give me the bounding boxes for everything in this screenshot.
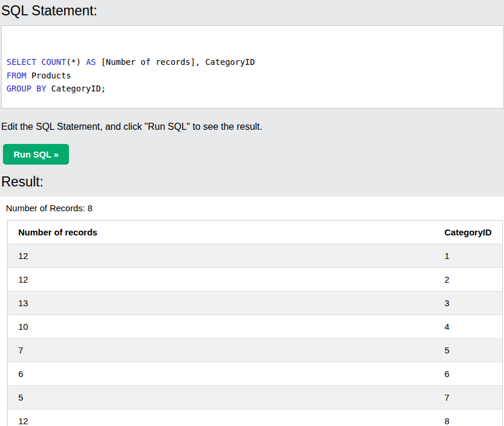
table-cell: 4 bbox=[434, 315, 503, 339]
table-cell: 7 bbox=[8, 339, 434, 362]
sql-plain-token bbox=[37, 57, 41, 67]
result-table: Number of records CategoryID 12112213310… bbox=[7, 220, 503, 426]
table-row: 57 bbox=[8, 386, 503, 409]
table-cell: 6 bbox=[8, 362, 434, 386]
table-cell: 12 bbox=[8, 409, 434, 426]
table-row: 133 bbox=[8, 291, 503, 315]
table-row: 122 bbox=[8, 268, 503, 291]
result-panel: Number of Records: 8 Number of records C… bbox=[0, 196, 504, 426]
sql-plain-token: CategoryID; bbox=[46, 84, 106, 93]
sql-editor[interactable]: SELECT COUNT(*) AS [Number of records], … bbox=[1, 25, 504, 109]
code-line: GROUP BY CategoryID; bbox=[6, 82, 499, 96]
sql-plain-token: Products bbox=[27, 71, 71, 80]
table-row: 75 bbox=[8, 339, 503, 362]
table-cell: 3 bbox=[434, 291, 503, 315]
table-cell: 13 bbox=[8, 291, 434, 315]
table-row: 121 bbox=[8, 244, 503, 268]
table-row: 66 bbox=[8, 362, 503, 386]
code-line: FROM Products bbox=[6, 69, 499, 83]
sql-keyword-token: SELECT bbox=[6, 57, 37, 67]
code-line: SELECT COUNT(*) AS [Number of records], … bbox=[6, 55, 499, 69]
table-body: 121122133104756657128 bbox=[8, 244, 503, 426]
table-cell: 7 bbox=[434, 386, 503, 409]
result-heading: Result: bbox=[1, 173, 504, 190]
instruction-text: Edit the SQL Statement, and click "Run S… bbox=[1, 121, 504, 132]
sql-plain-token: (*) bbox=[66, 57, 86, 67]
table-cell: 5 bbox=[434, 339, 503, 362]
table-cell: 10 bbox=[8, 315, 434, 339]
sql-keyword-token: FROM bbox=[6, 71, 27, 80]
table-cell: 12 bbox=[8, 268, 434, 291]
sql-keyword-token: GROUP BY bbox=[6, 84, 46, 93]
table-row: 104 bbox=[8, 315, 503, 339]
table-header-row: Number of records CategoryID bbox=[8, 221, 503, 244]
table-cell: 6 bbox=[434, 362, 503, 386]
table-cell: 2 bbox=[434, 268, 503, 291]
sql-plain-token: [Number of records], CategoryID bbox=[96, 57, 255, 67]
record-count: Number of Records: 8 bbox=[6, 202, 504, 214]
sql-keyword-token: COUNT bbox=[41, 57, 66, 67]
sql-keyword-token: AS bbox=[86, 57, 96, 67]
table-cell: 12 bbox=[8, 244, 434, 268]
column-header-categoryid: CategoryID bbox=[434, 221, 503, 244]
table-cell: 1 bbox=[434, 244, 503, 268]
table-cell: 8 bbox=[434, 409, 503, 426]
run-sql-button[interactable]: Run SQL » bbox=[3, 144, 69, 165]
column-header-number-of-records: Number of records bbox=[8, 221, 434, 244]
table-cell: 5 bbox=[8, 386, 434, 409]
sql-statement-heading: SQL Statement: bbox=[1, 0, 504, 19]
table-row: 128 bbox=[8, 409, 503, 426]
